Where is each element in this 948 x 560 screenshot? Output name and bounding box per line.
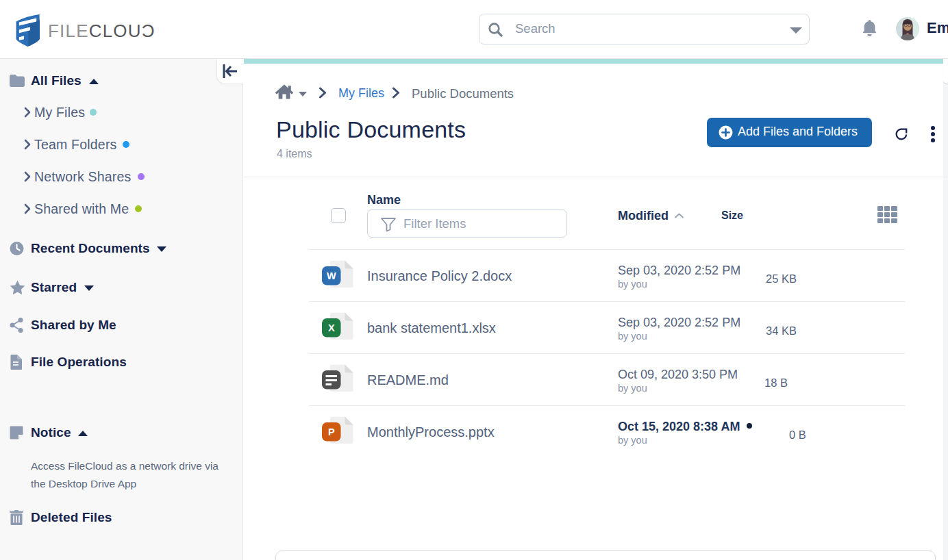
svg-text:W: W <box>327 270 336 281</box>
svg-text:X: X <box>328 322 335 333</box>
svg-text:P: P <box>328 427 335 437</box>
